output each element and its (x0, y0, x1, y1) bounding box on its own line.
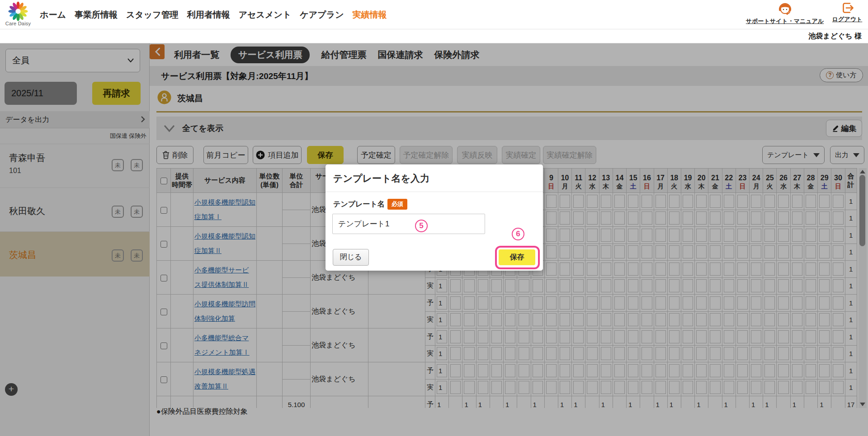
office-name-bar: 池袋まどぐち 様 (0, 29, 868, 43)
modal-title: テンプレート名を入力 (333, 172, 429, 185)
nav-results[interactable]: 実績情報 (353, 9, 387, 21)
template-name-label: テンプレート名 (333, 200, 385, 209)
annotation-circle-6: 6 (512, 228, 524, 240)
main-nav: ホーム 事業所情報 スタッフ管理 利用者情報 アセスメント ケアプラン 実績情報 (40, 0, 387, 29)
logout-link: ログアウト (832, 15, 863, 23)
brand-logo[interactable]: Care Daisy (4, 0, 33, 28)
office-name: 池袋まどぐち 様 (808, 32, 862, 41)
nav-careplan[interactable]: ケアプラン (300, 9, 344, 21)
nav-home[interactable]: ホーム (40, 9, 66, 21)
nav-staff[interactable]: スタッフ管理 (126, 9, 179, 21)
nav-users[interactable]: 利用者情報 (187, 9, 230, 21)
template-name-modal: テンプレート名を入力 テンプレート名 必須 5 6 閉じる 保存 (326, 164, 543, 271)
brand-name: Care Daisy (4, 21, 33, 26)
nav-assessment[interactable]: アセスメント (239, 9, 292, 21)
required-badge: 必須 (387, 199, 407, 210)
annotation-circle-5: 5 (415, 220, 428, 232)
logout-block[interactable]: ログアウト (831, 1, 863, 23)
modal-header: テンプレート名を入力 (326, 164, 543, 192)
template-name-input[interactable] (332, 214, 485, 234)
close-button[interactable]: 閉じる (333, 249, 369, 266)
app: Care Daisy ホーム 事業所情報 スタッフ管理 利用者情報 アセスメント… (0, 0, 868, 436)
top-header: Care Daisy ホーム 事業所情報 スタッフ管理 利用者情報 アセスメント… (0, 0, 868, 29)
nav-office[interactable]: 事業所情報 (75, 9, 118, 21)
support-operator-icon (778, 1, 793, 16)
daisy-logo-icon (8, 1, 28, 21)
support-link: サポートサイト・マニュアル (746, 17, 824, 25)
logout-icon (841, 1, 854, 14)
save-button[interactable]: 保存 (499, 249, 535, 265)
support-link-block[interactable]: サポートサイト・マニュアル (746, 1, 824, 25)
